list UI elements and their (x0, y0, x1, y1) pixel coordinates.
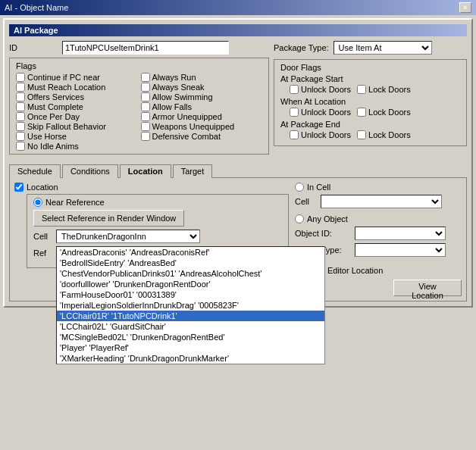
near-ref-label: Near Reference (45, 198, 105, 207)
location-checkbox-label: Location (27, 183, 58, 192)
id-label: ID (9, 43, 62, 52)
location-checkbox[interactable] (14, 183, 23, 192)
flag-armor-unequipped-check[interactable] (141, 112, 150, 121)
flag-use-horse-check[interactable] (16, 132, 25, 141)
flag-offers-services: Offers Services (16, 92, 138, 102)
any-object-radio[interactable] (295, 214, 304, 223)
flag-defensive-combat: Defensive Combat (141, 132, 263, 141)
cell-input-label: Cell (295, 197, 318, 206)
dropdown-item-5[interactable]: 'ImperialLegionSoldierInnDrunkDrag' '000… (57, 300, 324, 311)
select-ref-button[interactable]: Select Reference in Render Window (33, 210, 184, 227)
dropdown-item-1[interactable]: 'BedrollSideEntry' 'AndreasBed' (57, 258, 324, 268)
flag-no-idle-anims-check[interactable] (16, 142, 25, 151)
dropdown-item-4[interactable]: 'FarmHouseDoor01' '00031389' (57, 289, 324, 300)
object-type-select[interactable] (355, 243, 446, 257)
flag-always-sneak-check[interactable] (141, 83, 150, 92)
door-when-at-unlock-check[interactable] (290, 108, 299, 117)
package-type-select[interactable]: Use Item At Wander Travel Escort (334, 41, 432, 55)
package-type-label: Package Type: (274, 43, 329, 52)
any-object-row: Any Object (295, 214, 462, 223)
view-location-button[interactable]: View Location (393, 280, 462, 296)
object-id-select[interactable] (355, 227, 446, 240)
object-id-row: Object ID: (295, 227, 462, 240)
door-start-lock-check[interactable] (357, 85, 366, 94)
tab-target[interactable]: Target (173, 164, 213, 178)
in-cell-radio[interactable] (295, 183, 304, 192)
flag-weapons-unequipped-check[interactable] (141, 122, 150, 131)
flag-always-run-check[interactable] (141, 73, 150, 82)
dropdown-item-2[interactable]: 'ChestVendorPublicanDrinks01' 'AndreasAl… (57, 268, 324, 279)
flag-continue-pc: Continue if PC near (16, 73, 138, 82)
flag-armor-unequipped-label: Armor Unequipped (152, 112, 222, 121)
flag-skip-fallout-check[interactable] (16, 122, 25, 131)
flag-always-sneak-label: Always Sneak (152, 83, 205, 92)
dropdown-item-7[interactable]: 'LCChair02L' 'GuardSitChair' (57, 321, 324, 332)
tab-schedule[interactable]: Schedule (9, 164, 61, 178)
flag-use-horse: Use Horse (16, 132, 138, 141)
title-bar-buttons: ✕ (459, 2, 471, 13)
door-start-unlock-check[interactable] (290, 85, 299, 94)
ref-label: Ref (33, 248, 56, 258)
door-group-start: At Package Start Unlock Doors Lock Doors (280, 74, 460, 94)
cell-input-select[interactable] (321, 195, 442, 208)
any-object-label: Any Object (307, 214, 348, 223)
dropdown-item-0[interactable]: 'AndreasDraconis' 'AndreasDraconisRef' (57, 247, 324, 258)
door-start-lock-label: Lock Doors (368, 85, 411, 94)
flag-continue-pc-check[interactable] (16, 73, 25, 82)
door-group-when-at-label: When At Location (280, 97, 460, 106)
flag-weapons-unequipped: Weapons Unequipped (141, 122, 263, 131)
door-when-at-lock-check[interactable] (357, 108, 366, 117)
flag-use-horse-label: Use Horse (27, 132, 67, 141)
flags-grid: Continue if PC near Always Run Must Reac… (16, 73, 262, 151)
main-content: ID Flags Continue if PC near Always Run (9, 41, 467, 302)
ref-dropdown-list[interactable]: 'AndreasDraconis' 'AndreasDraconisRef' '… (56, 246, 325, 364)
door-end-unlock: Unlock Doors (290, 130, 351, 139)
top-section: ID Flags Continue if PC near Always Run (9, 41, 467, 159)
cell-row: Cell TheDrunkenDragonInn (33, 230, 282, 243)
door-end-checkboxes: Unlock Doors Lock Doors (280, 130, 460, 139)
flag-defensive-combat-label: Defensive Combat (152, 132, 221, 141)
flag-must-complete-label: Must Complete (27, 102, 83, 111)
door-end-lock-label: Lock Doors (368, 130, 411, 139)
flag-allow-falls-check[interactable] (141, 102, 150, 111)
door-when-at-lock: Lock Doors (357, 108, 411, 117)
flag-once-per-day: Once Per Day (16, 112, 138, 121)
door-flags-title: Door Flags (280, 63, 460, 72)
flag-always-sneak: Always Sneak (141, 83, 263, 92)
dropdown-item-6[interactable]: 'LCChair01R' '1TutoNPCDrink1' (57, 311, 324, 321)
near-ref-row: Near Reference (33, 198, 282, 207)
flag-defensive-combat-check[interactable] (141, 132, 150, 141)
door-start-unlock: Unlock Doors (290, 85, 351, 94)
close-button[interactable]: ✕ (459, 2, 471, 13)
flag-must-reach-check[interactable] (16, 83, 25, 92)
door-when-at-checkboxes: Unlock Doors Lock Doors (280, 108, 460, 117)
door-end-unlock-check[interactable] (290, 130, 299, 139)
dropdown-item-10[interactable]: 'XMarkerHeading' 'DrunkDragonDrunkMarker… (57, 353, 324, 364)
door-when-at-lock-label: Lock Doors (368, 108, 411, 117)
cell-input-row: Cell (295, 195, 462, 208)
tab-location[interactable]: Location (120, 164, 171, 178)
id-input[interactable] (62, 41, 229, 55)
flag-skip-fallout: Skip Fallout Behavior (16, 122, 138, 131)
flag-allow-swimming-label: Allow Swimming (152, 92, 213, 102)
flag-allow-swimming-check[interactable] (141, 92, 150, 102)
flag-once-per-day-check[interactable] (16, 112, 25, 121)
in-cell-row: In Cell (295, 183, 462, 192)
dropdown-item-9[interactable]: 'Player' 'PlayerRef' (57, 342, 324, 353)
door-end-lock-check[interactable] (357, 130, 366, 139)
flag-armor-unequipped: Armor Unequipped (141, 112, 263, 121)
flag-no-idle-anims-label: No Idle Anims (27, 142, 79, 151)
near-ref-radio[interactable] (33, 198, 42, 207)
outer-panel: AI Package ID Flags Continue if PC near (3, 18, 473, 308)
flag-must-complete: Must Complete (16, 102, 138, 111)
right-column: Package Type: Use Item At Wander Travel … (274, 41, 467, 159)
left-column: ID Flags Continue if PC near Always Run (9, 41, 269, 159)
flag-must-complete-check[interactable] (16, 102, 25, 111)
flag-offers-services-check[interactable] (16, 92, 25, 102)
flag-allow-falls: Allow Falls (141, 102, 263, 111)
door-end-unlock-label: Unlock Doors (301, 130, 351, 139)
tab-conditions[interactable]: Conditions (62, 164, 118, 178)
dropdown-item-8[interactable]: 'MCSingleBed02L' 'DrunkenDragonRentBed' (57, 332, 324, 342)
cell-select[interactable]: TheDrunkenDragonInn (56, 230, 200, 243)
dropdown-item-3[interactable]: 'doorfulllower' 'DrunkenDragonRentDoor' (57, 279, 324, 289)
